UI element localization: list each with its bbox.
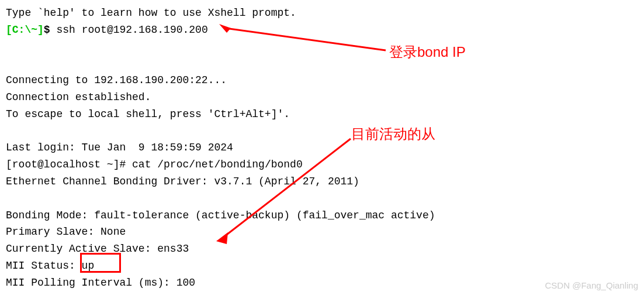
ssh-command: ssh root@192.168.190.200 xyxy=(56,24,207,36)
prompt-line[interactable]: [C:\~]$ ssh root@192.168.190.200 xyxy=(6,22,638,39)
active-slave-line: Currently Active Slave: ens33 xyxy=(6,241,638,258)
connecting-line: Connecting to 192.168.190.200:22... xyxy=(6,72,638,89)
root-prompt: [root@localhost ~]# xyxy=(6,159,132,170)
driver-line: Ethernet Channel Bonding Driver: v3.7.1 … xyxy=(6,173,638,190)
bonding-mode-line: Bonding Mode: fault-tolerance (active-ba… xyxy=(6,207,638,224)
help-line: Type `help' to learn how to use Xshell p… xyxy=(6,5,638,22)
last-login-line: Last login: Tue Jan 9 18:59:59 2024 xyxy=(6,139,638,156)
established-line: Connection established. xyxy=(6,89,638,106)
prompt-dollar: $ xyxy=(44,24,50,36)
watermark: CSDN @Fang_Qianling xyxy=(545,279,638,293)
escape-line: To escape to local shell, press 'Ctrl+Al… xyxy=(6,106,638,123)
annotation-login-bond: 登录bond IP xyxy=(389,41,466,63)
prompt-path: C:\~ xyxy=(12,24,37,36)
cat-command-line[interactable]: [root@localhost ~]# cat /proc/net/bondin… xyxy=(6,156,638,173)
cat-command: cat /proc/net/bonding/bond0 xyxy=(132,159,303,170)
mii-status-line: MII Status: up xyxy=(6,258,638,275)
mii-polling-line: MII Polling Interval (ms): 100 xyxy=(6,275,638,291)
prompt-bracket-open: [ xyxy=(6,24,12,36)
prompt-bracket-close: ] xyxy=(37,24,44,36)
annotation-active-slave: 目前活动的从 xyxy=(351,123,435,145)
primary-slave-line: Primary Slave: None xyxy=(6,224,638,241)
